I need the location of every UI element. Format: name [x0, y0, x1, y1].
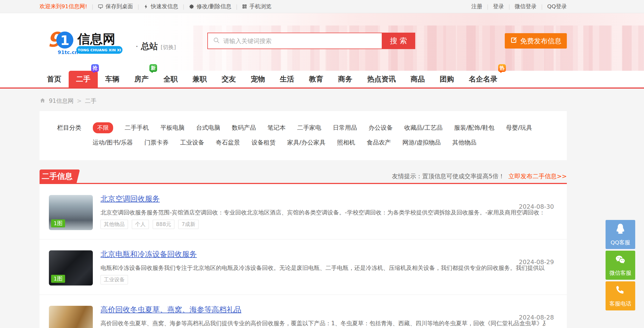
filter-item-cameras[interactable]: 照相机 [337, 138, 355, 147]
divider: | [236, 3, 238, 10]
station-name: 总站 [141, 41, 158, 52]
phone-service-button[interactable]: 客服电话 [606, 281, 635, 310]
divider: | [183, 3, 185, 10]
welcome-text: 欢迎来到91信息网! [40, 3, 87, 10]
gear-icon [189, 4, 194, 9]
listing-results: 1图 北京空调回收服务 北京空调回收服务服务范围-宾馆酒店空调回收：专业回收北京… [40, 184, 567, 328]
nav-item-hot-news[interactable]: 热点资讯 [360, 71, 403, 87]
nav-item-secondhand[interactable]: 二手 抢 [69, 71, 98, 87]
wechat-login-link[interactable]: 微信登录 [515, 3, 537, 10]
listing-tag: 工业设备 [101, 275, 128, 284]
filter-item-collectibles[interactable]: 收藏品/工艺品 [404, 124, 442, 132]
nav-item-education[interactable]: 教育 [302, 71, 331, 87]
listing-title-link[interactable]: 高价回收冬虫夏草、燕窝、海参等高档礼品 [101, 305, 241, 315]
quick-post-link[interactable]: 快速发信息 [144, 3, 178, 10]
filter-item-food-agri[interactable]: 食品农产 [367, 138, 391, 147]
nav-item-friends[interactable]: 交友 [214, 71, 243, 87]
station-selector: · 总站 [切换] [136, 41, 176, 52]
main-navigation: 首页 二手 抢 车辆 房产 新 全职 兼职 交友 宠物 生活 教育 商务 热点资… [0, 71, 644, 89]
wechat-service-button[interactable]: 微信客服 [606, 251, 635, 280]
search-input[interactable] [223, 33, 382, 49]
nav-item-fulltime-jobs[interactable]: 全职 [156, 71, 185, 87]
nav-item-parttime-jobs[interactable]: 兼职 [185, 71, 214, 87]
section-header: 二手信息 友情提示：置顶信息可使成交率提高5倍！立即发布二手信息>> [40, 169, 567, 184]
list-item: 1图 北京电瓶和冷冻设备回收服务 电瓶和冷冻设备回收服务我们专注于北京地区的电瓶… [40, 239, 567, 295]
site-header: 9 1 91tc.cn 信息网 — TONG CHUANG XIN XI — ·… [0, 13, 644, 71]
list-item: 高价回收冬虫夏草、燕窝、海参等高档礼品 高价回收冬虫夏草、燕窝、海参等高档礼品我… [40, 295, 567, 328]
phone-icon [614, 284, 626, 298]
nav-item-vehicles[interactable]: 车辆 [98, 71, 127, 87]
filter-item-industrial[interactable]: 工业设备 [180, 138, 204, 147]
listing-title-link[interactable]: 北京电瓶和冷冻设备回收服务 [101, 249, 197, 259]
listing-tag: 其他物品 [101, 220, 128, 229]
filter-item-tablets[interactable]: 平板电脑 [160, 124, 185, 132]
listing-description: 电瓶和冷冻设备回收服务我们专注于北京地区的电瓶及冷冻设备回收。无论是废旧电瓶、二… [101, 264, 545, 272]
nav-item-pets[interactable]: 宠物 [243, 71, 272, 87]
filter-item-appliances[interactable]: 二手家电 [297, 124, 321, 132]
nav-item-goods[interactable]: 商品 [403, 71, 432, 87]
filter-item-tickets[interactable]: 门票卡券 [144, 138, 169, 147]
filter-item-stones-bonsai[interactable]: 奇石盆景 [216, 138, 240, 147]
logo-slogan: — TONG CHUANG XIN XI — [73, 48, 124, 52]
lightning-icon [144, 4, 149, 9]
filter-item-equipment-rental[interactable]: 设备租赁 [252, 138, 276, 147]
nav-item-companies[interactable]: 名企名录 热 [461, 71, 505, 87]
divider: | [487, 3, 489, 10]
filter-item-virtual-goods[interactable]: 网游/虚拟物品 [402, 138, 441, 147]
monitor-icon [98, 4, 103, 9]
listing-date: 2024-08-29 [519, 259, 554, 265]
qq-login-link[interactable]: QQ登录 [547, 3, 567, 10]
listing-tags: 其他物品 个人 888元 7成新 [101, 220, 199, 229]
breadcrumb-current: 二手 [85, 97, 96, 105]
listing-date: 2024-08-30 [519, 203, 554, 210]
filter-item-digital[interactable]: 数码产品 [232, 124, 256, 132]
nav-item-groupbuy[interactable]: 团购 [432, 71, 461, 87]
site-logo[interactable]: 9 1 91tc.cn 信息网 — TONG CHUANG XIN XI — [47, 29, 124, 56]
listing-thumbnail[interactable] [49, 306, 93, 328]
section-tip: 友情提示：置顶信息可使成交率提高5倍！立即发布二手信息>> [392, 172, 567, 180]
nav-item-business[interactable]: 商务 [331, 71, 360, 87]
free-publish-button[interactable]: 免费发布信息 [505, 33, 567, 49]
breadcrumb: 91信息网 > 二手 [40, 97, 567, 105]
filter-item-clothing[interactable]: 服装/配饰/鞋包 [454, 124, 494, 132]
nav-item-home[interactable]: 首页 [40, 71, 69, 87]
logo-1: 1 [60, 33, 69, 48]
filter-item-laptops[interactable]: 笔记本 [267, 124, 286, 132]
divider: | [541, 3, 543, 10]
listing-thumbnail[interactable]: 1图 [49, 195, 93, 230]
publish-secondhand-link[interactable]: 立即发布二手信息>> [508, 173, 567, 180]
nav-item-realestate[interactable]: 房产 新 [127, 71, 156, 87]
listing-title-link[interactable]: 北京空调回收服务 [101, 194, 160, 204]
hot-badge-re: 热 [498, 64, 506, 72]
nav-item-life[interactable]: 生活 [272, 71, 302, 87]
mobile-browse-link[interactable]: 手机浏览 [242, 3, 271, 10]
divider: | [91, 3, 93, 10]
save-to-desktop-link[interactable]: 保存到桌面 [98, 3, 133, 10]
filter-item-desktops[interactable]: 台式电脑 [196, 124, 220, 132]
breadcrumb-home[interactable]: 91信息网 [49, 97, 74, 105]
listing-description: 高价回收冬虫夏草、燕窝、海参等高档礼品我们提供专业的高价回收服务，覆盖以下产品：… [101, 319, 545, 327]
floating-service-panel: QQ客服 微信客服 客服电话 [606, 220, 635, 310]
station-switch-link[interactable]: [切换] [161, 44, 176, 51]
search-bar: 搜 索 [207, 33, 415, 49]
login-link[interactable]: 登录 [493, 3, 504, 10]
listing-tags: 工业设备 [101, 275, 128, 284]
listing-thumbnail[interactable]: 1图 [49, 250, 93, 285]
filter-item-furniture[interactable]: 家具/办公家具 [287, 138, 325, 147]
qq-service-button[interactable]: QQ客服 [606, 220, 635, 249]
divider: | [508, 3, 510, 10]
listing-date: 2024-08-28 [519, 314, 554, 321]
filter-item-all[interactable]: 不限 [93, 122, 113, 133]
search-button[interactable]: 搜 索 [382, 33, 415, 49]
category-filter-panel: 栏目分类 不限 二手手机 平板电脑 台式电脑 数码产品 笔记本 二手家电 日常用… [40, 111, 567, 160]
filter-item-daily[interactable]: 日常用品 [333, 124, 357, 132]
filter-item-baby-toys[interactable]: 母婴/玩具 [506, 124, 532, 132]
edit-delete-link[interactable]: 修改/删除信息 [189, 3, 232, 10]
qr-icon [242, 4, 247, 9]
filter-item-office[interactable]: 办公设备 [369, 124, 393, 132]
filter-item-sports-books[interactable]: 运动/图书/乐器 [93, 138, 133, 147]
filter-item-others[interactable]: 其他物品 [452, 138, 476, 147]
filter-item-phones[interactable]: 二手手机 [125, 124, 149, 132]
register-link[interactable]: 注册 [471, 3, 482, 10]
search-icon [213, 37, 220, 45]
